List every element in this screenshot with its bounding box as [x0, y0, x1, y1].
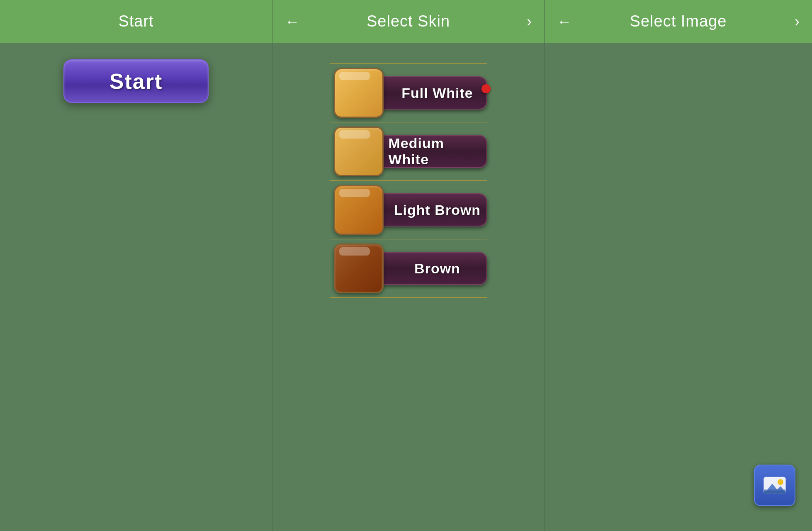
skin-nav-right[interactable]: ›	[527, 14, 532, 29]
start-header: Start	[0, 0, 272, 43]
select-skin-title: Select Skin	[367, 12, 450, 30]
skin-label-text-light-brown: Light Brown	[394, 202, 481, 218]
skin-item-wrapper-light-brown: Light Brown	[330, 181, 487, 239]
skin-swatch-light-brown	[334, 185, 384, 235]
skin-label-text-brown: Brown	[414, 261, 460, 277]
skin-list-content: Full White Medium White	[272, 43, 544, 531]
select-image-title: Select Image	[630, 12, 727, 30]
svg-point-3	[778, 479, 783, 485]
skin-item-wrapper-medium-white: Medium White	[330, 122, 487, 181]
image-gallery-icon	[761, 472, 788, 499]
start-panel: Start Start	[0, 0, 272, 531]
select-skin-header: ← Select Skin ›	[272, 0, 544, 43]
skin-nav-left[interactable]: ←	[285, 14, 300, 29]
skin-swatch-medium-white	[334, 127, 384, 176]
skin-item-light-brown[interactable]: Light Brown	[330, 181, 487, 239]
skin-label-btn-brown[interactable]: Brown	[379, 252, 487, 285]
skin-item-brown[interactable]: Brown	[330, 239, 487, 297]
skin-item-full-white[interactable]: Full White	[330, 64, 487, 122]
svg-rect-5	[764, 491, 785, 494]
skin-swatch-full-white	[334, 68, 384, 118]
image-select-button[interactable]	[754, 465, 795, 506]
select-image-header: ← Select Image ›	[545, 0, 812, 43]
start-button-label: Start	[109, 69, 163, 94]
skin-list: Full White Medium White	[281, 63, 536, 298]
skin-label-text-full-white: Full White	[401, 85, 473, 101]
image-nav-left[interactable]: ←	[557, 14, 572, 29]
image-content	[545, 43, 812, 531]
start-button[interactable]: Start	[63, 59, 209, 103]
skin-label-text-medium-white: Medium White	[389, 135, 486, 168]
selected-indicator-full-white	[481, 84, 491, 93]
skin-label-btn-medium-white[interactable]: Medium White	[379, 135, 487, 168]
skin-item-medium-white[interactable]: Medium White	[330, 122, 487, 180]
skin-label-btn-light-brown[interactable]: Light Brown	[379, 193, 487, 227]
skin-swatch-brown	[334, 244, 384, 293]
select-skin-panel: ← Select Skin › Full White	[272, 0, 544, 531]
skin-item-wrapper-brown: Brown	[330, 239, 487, 298]
skin-label-btn-full-white[interactable]: Full White	[379, 76, 487, 110]
image-nav-right[interactable]: ›	[795, 14, 800, 29]
skin-item-wrapper-full-white: Full White	[330, 63, 487, 122]
start-content: Start	[0, 43, 272, 531]
start-title: Start	[118, 12, 153, 30]
select-image-panel: ← Select Image ›	[544, 0, 812, 531]
